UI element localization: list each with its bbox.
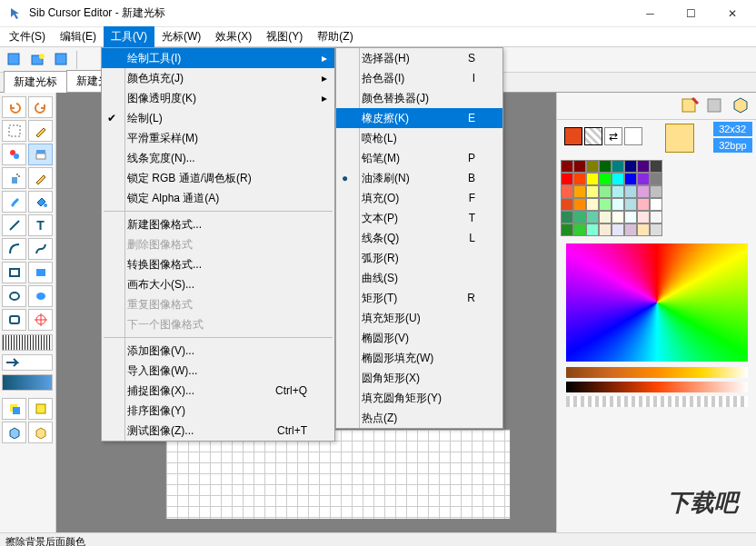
color-swatch[interactable] <box>637 160 650 173</box>
color-swatch[interactable] <box>573 173 586 185</box>
tool-replacer[interactable] <box>2 144 26 165</box>
color-swatch[interactable] <box>624 223 637 236</box>
tool-redo[interactable] <box>28 96 53 118</box>
color-swatch[interactable] <box>650 211 662 223</box>
rt-add-icon[interactable] <box>680 96 701 118</box>
sub-picker[interactable]: 拾色器(I)I <box>336 68 502 88</box>
dd-draw[interactable]: ✔绘制(L) <box>102 108 334 128</box>
dd-smooth[interactable]: 平滑重采样(M) <box>102 128 334 148</box>
color-swatch[interactable] <box>637 185 650 198</box>
dd-import-img[interactable]: 导入图像(W)... <box>102 361 334 381</box>
menu-file[interactable]: 文件(S) <box>2 26 53 47</box>
color-swatch[interactable] <box>599 211 612 223</box>
foreground-color[interactable] <box>564 127 582 145</box>
color-swatch[interactable] <box>586 198 599 211</box>
sub-arc[interactable]: 弧形(R) <box>336 248 502 268</box>
color-swatch[interactable] <box>612 160 624 173</box>
dd-new-fmt[interactable]: 新建图像格式... <box>102 214 334 234</box>
tool-layer-a[interactable] <box>2 398 26 420</box>
dd-sort[interactable]: 排序图像(Y) <box>102 401 334 421</box>
color-swatch[interactable] <box>586 173 599 185</box>
color-swatch[interactable] <box>650 173 662 185</box>
tool-picker[interactable] <box>28 120 53 142</box>
menu-tools[interactable]: 工具(V) <box>104 26 154 47</box>
color-swatch[interactable] <box>637 173 650 185</box>
dd-lock-alpha[interactable]: 锁定 Alpha 通道(A) <box>102 188 334 208</box>
color-swatch[interactable] <box>586 160 599 173</box>
sub-brush[interactable]: ●油漆刷(N)B <box>336 168 502 188</box>
color-swatch[interactable] <box>624 211 637 223</box>
color-swatch[interactable] <box>624 198 637 211</box>
val-bar[interactable] <box>566 396 748 407</box>
menu-edit[interactable]: 编辑(E) <box>53 26 104 47</box>
color-swatch[interactable] <box>637 223 650 236</box>
tab-1[interactable]: 新建光标 <box>4 71 67 93</box>
color-swatch[interactable] <box>612 185 624 198</box>
color-swatch[interactable] <box>599 198 612 211</box>
color-swatch[interactable] <box>650 160 662 173</box>
dd-add-img[interactable]: 添加图像(V)... <box>102 341 334 361</box>
color-swatch[interactable] <box>624 173 637 185</box>
color-swatch[interactable] <box>573 223 586 236</box>
dd-lock-rgb[interactable]: 锁定 RGB 通道/调色板(R) <box>102 168 334 188</box>
menu-view[interactable]: 视图(Y) <box>259 26 310 47</box>
color-swatch[interactable] <box>624 160 637 173</box>
color-swatch[interactable] <box>637 211 650 223</box>
color-swatch[interactable] <box>586 185 599 198</box>
color-swatch[interactable] <box>599 223 612 236</box>
sub-eraser[interactable]: 橡皮擦(K)E <box>336 108 502 128</box>
dd-opacity[interactable]: 图像透明度(K)▸ <box>102 88 334 108</box>
tool-filled-ellipse[interactable] <box>28 285 53 307</box>
color-swatch[interactable] <box>586 223 599 236</box>
dd-line-width[interactable]: 线条宽度(N)... <box>102 148 334 168</box>
tool-filled-rect[interactable] <box>28 262 53 283</box>
tool-select[interactable] <box>2 120 26 142</box>
dd-capture[interactable]: 捕捉图像(X)...Ctrl+Q <box>102 381 334 401</box>
menu-effects[interactable]: 效果(X) <box>208 26 259 47</box>
tb-new-icon[interactable] <box>4 49 25 71</box>
close-button[interactable]: ✕ <box>711 1 752 26</box>
tool-fill[interactable] <box>28 191 53 213</box>
hue-bar[interactable] <box>566 367 748 378</box>
default-colors-icon[interactable] <box>624 127 642 145</box>
sub-rect[interactable]: 矩形(T)R <box>336 288 502 308</box>
sub-pencil[interactable]: 铅笔(M)P <box>336 148 502 168</box>
color-swatch[interactable] <box>650 223 662 236</box>
sub-ellipse[interactable]: 椭圆形(V) <box>336 328 502 348</box>
tb-open-icon[interactable] <box>27 49 49 71</box>
minimize-button[interactable]: ─ <box>630 1 671 26</box>
sub-fill[interactable]: 填充(O)F <box>336 188 502 208</box>
sat-bar[interactable] <box>566 382 748 392</box>
color-swatch[interactable] <box>573 198 586 211</box>
menu-cursor[interactable]: 光标(W) <box>154 26 208 47</box>
color-swatch[interactable] <box>637 198 650 211</box>
tool-rounded-rect[interactable] <box>2 309 26 331</box>
tb-save-icon[interactable] <box>51 49 73 71</box>
color-swatch[interactable] <box>561 211 573 223</box>
color-swatch[interactable] <box>599 185 612 198</box>
tool-pencil[interactable] <box>28 167 53 189</box>
sub-frrect[interactable]: 填充圆角矩形(Y) <box>336 388 502 408</box>
dd-canvas-size[interactable]: 画布大小(S)... <box>102 274 334 294</box>
dd-draw-tools[interactable]: 绘制工具(I)▸ <box>102 48 334 68</box>
brush-preview-2[interactable] <box>2 354 53 371</box>
tool-rect[interactable] <box>2 262 26 283</box>
color-swatch[interactable] <box>599 160 612 173</box>
menu-help[interactable]: 帮助(Z) <box>310 26 360 47</box>
rt-apply-icon[interactable] <box>731 96 752 118</box>
tool-3d-b[interactable] <box>28 422 53 443</box>
sub-rrect[interactable]: 圆角矩形(X) <box>336 368 502 388</box>
color-swatch[interactable] <box>573 211 586 223</box>
tool-ellipse[interactable] <box>2 285 26 307</box>
color-swatch[interactable] <box>650 198 662 211</box>
color-swatch[interactable] <box>573 185 586 198</box>
canvas-grid[interactable] <box>165 429 511 520</box>
dd-test[interactable]: 测试图像(Z)...Ctrl+T <box>102 421 334 441</box>
tool-undo[interactable] <box>2 96 26 118</box>
brush-preview-3[interactable] <box>2 374 53 391</box>
color-swatch[interactable] <box>561 185 573 198</box>
tool-arc[interactable] <box>2 238 26 260</box>
color-swatch[interactable] <box>561 173 573 185</box>
color-swatch[interactable] <box>612 223 624 236</box>
tool-brush[interactable] <box>2 191 26 213</box>
